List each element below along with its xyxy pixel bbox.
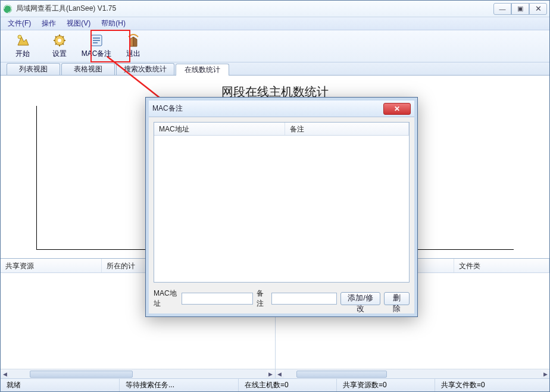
toolbar-settings-label: 设置 bbox=[52, 49, 67, 59]
tab-grid-view[interactable]: 表格视图 bbox=[61, 63, 115, 75]
toolbar-exit-label: 退出 bbox=[126, 49, 140, 59]
dialog-col-note[interactable]: 备注 bbox=[285, 123, 409, 135]
status-shared-files: 共享文件数=0 bbox=[435, 379, 549, 391]
toolbar-settings[interactable]: 设置 bbox=[41, 32, 78, 61]
maximize-button[interactable]: ▣ bbox=[511, 3, 529, 15]
dialog-list-header: MAC地址 备注 bbox=[154, 123, 409, 136]
toolbar-start-label: 开始 bbox=[15, 49, 30, 59]
scroll-thumb[interactable] bbox=[30, 371, 133, 378]
menu-file[interactable]: 文件(F) bbox=[3, 17, 36, 30]
svg-point-0 bbox=[4, 5, 12, 13]
label-note: 备注 bbox=[257, 288, 268, 309]
status-online-hosts: 在线主机数=0 bbox=[239, 379, 337, 391]
tabstrip: 列表视图 表格视图 搜索次数统计 在线数统计 bbox=[1, 62, 549, 76]
toolbar: 开始 设置 MAC备注 退出 bbox=[1, 30, 549, 62]
scroll-thumb[interactable] bbox=[296, 371, 386, 378]
pane-left-scrollbar[interactable]: ◀ ▶ bbox=[1, 369, 275, 378]
scroll-left-arrow-icon[interactable]: ◀ bbox=[1, 370, 9, 378]
dialog-titlebar: MAC备注 ✕ bbox=[149, 101, 414, 117]
menu-help[interactable]: 帮助(H) bbox=[96, 17, 130, 30]
dialog-col-mac[interactable]: MAC地址 bbox=[154, 123, 285, 135]
pane-left-col1[interactable]: 共享资源 bbox=[1, 259, 102, 272]
mac-note-dialog: MAC备注 ✕ MAC地址 备注 MAC地址 备注 添加/修改 删除 bbox=[145, 97, 418, 317]
scroll-right-arrow-icon[interactable]: ▶ bbox=[267, 370, 275, 378]
tab-list-view[interactable]: 列表视图 bbox=[7, 63, 60, 75]
tab-search-count[interactable]: 搜索次数统计 bbox=[116, 63, 174, 75]
svg-point-3 bbox=[58, 39, 61, 42]
menu-view[interactable]: 视图(V) bbox=[62, 17, 95, 30]
toolbar-exit[interactable]: 退出 bbox=[115, 32, 152, 61]
statusbar: 就绪 等待搜索任务... 在线主机数=0 共享资源数=0 共享文件数=0 bbox=[1, 378, 549, 391]
pane-right-scrollbar[interactable]: ◀ ▶ bbox=[276, 369, 550, 378]
menubar: 文件(F) 操作 视图(V) 帮助(H) bbox=[1, 17, 549, 30]
pane-right-col2[interactable]: 文件类 bbox=[454, 259, 550, 272]
dialog-list: MAC地址 备注 bbox=[154, 122, 410, 283]
close-icon: ✕ bbox=[394, 105, 400, 113]
dialog-close-button[interactable]: ✕ bbox=[383, 103, 411, 115]
minimize-button[interactable]: — bbox=[493, 3, 511, 15]
dialog-body: MAC地址 备注 MAC地址 备注 添加/修改 删除 bbox=[149, 117, 414, 313]
titlebar: 局域网查看工具(LanSee) V1.75 — ▣ ✕ bbox=[1, 1, 549, 17]
tab-online-count[interactable]: 在线数统计 bbox=[176, 64, 229, 76]
scroll-left-arrow-icon[interactable]: ◀ bbox=[276, 370, 284, 378]
toolbar-mac-note[interactable]: MAC备注 bbox=[78, 32, 115, 61]
status-waiting: 等待搜索任务... bbox=[120, 379, 239, 391]
dialog-form: MAC地址 备注 添加/修改 删除 bbox=[154, 288, 410, 309]
label-mac: MAC地址 bbox=[154, 288, 178, 309]
toolbar-mac-note-label: MAC备注 bbox=[82, 49, 112, 59]
start-icon bbox=[15, 33, 30, 48]
input-mac[interactable] bbox=[182, 293, 253, 305]
status-ready: 就绪 bbox=[1, 379, 120, 391]
status-shared-res: 共享资源数=0 bbox=[337, 379, 435, 391]
window-title: 局域网查看工具(LanSee) V1.75 bbox=[16, 4, 493, 14]
exit-icon bbox=[126, 33, 140, 48]
close-button[interactable]: ✕ bbox=[529, 3, 547, 15]
input-note[interactable] bbox=[271, 293, 337, 305]
scroll-right-arrow-icon[interactable]: ▶ bbox=[541, 370, 549, 378]
button-delete[interactable]: 删除 bbox=[384, 292, 410, 305]
dialog-title: MAC备注 bbox=[152, 104, 383, 114]
settings-icon bbox=[52, 33, 67, 48]
svg-point-1 bbox=[18, 35, 21, 39]
button-add-modify[interactable]: 添加/修改 bbox=[340, 292, 380, 305]
app-icon bbox=[3, 4, 12, 14]
dialog-list-body bbox=[154, 136, 409, 282]
menu-operate[interactable]: 操作 bbox=[37, 17, 61, 30]
toolbar-start[interactable]: 开始 bbox=[4, 32, 41, 61]
mac-note-icon bbox=[89, 33, 104, 48]
